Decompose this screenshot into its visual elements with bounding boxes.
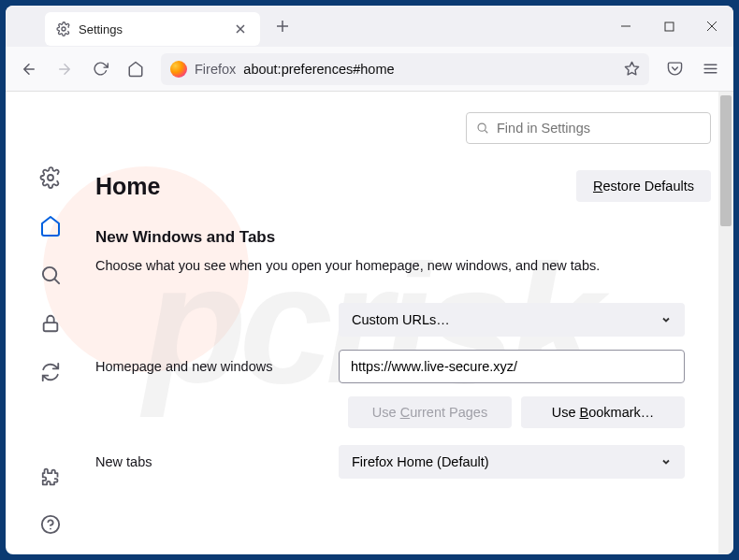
sidebar-item-home[interactable]	[37, 213, 64, 239]
forward-button[interactable]	[49, 53, 80, 85]
maximize-button[interactable]	[647, 6, 690, 47]
url-prefix: Firefox	[195, 62, 236, 77]
sidebar-item-privacy[interactable]	[37, 310, 64, 337]
titlebar: Settings	[6, 6, 733, 47]
content-area: pcrisk	[6, 92, 733, 554]
use-bookmark-button[interactable]: Use Bookmark…	[521, 396, 685, 428]
reload-button[interactable]	[84, 53, 116, 85]
svg-point-0	[62, 27, 65, 31]
use-current-pages-button[interactable]: Use Current Pages	[348, 396, 512, 428]
minimize-button[interactable]	[604, 6, 647, 47]
sidebar-item-search[interactable]	[37, 262, 64, 288]
section-description: Choose what you see when you open your h…	[95, 256, 711, 277]
search-icon	[476, 122, 489, 135]
chevron-down-icon	[660, 456, 672, 467]
toolbar: Firefox about:preferences#home	[6, 47, 733, 92]
sidebar-item-sync[interactable]	[37, 359, 64, 385]
pocket-button[interactable]	[659, 53, 690, 85]
svg-line-8	[54, 279, 59, 283]
bookmark-star-icon[interactable]	[624, 61, 640, 77]
svg-rect-1	[665, 22, 674, 31]
svg-point-6	[48, 175, 53, 180]
close-window-button[interactable]	[690, 6, 733, 47]
settings-main: Home Restore Defaults New Windows and Ta…	[95, 92, 733, 554]
url-path: about:preferences#home	[243, 62, 394, 77]
homepage-label: Homepage and new windows	[95, 359, 320, 374]
homepage-mode-dropdown[interactable]: Custom URLs…	[339, 303, 685, 337]
sidebar-item-extensions[interactable]	[37, 463, 64, 489]
firefox-icon	[170, 61, 187, 78]
sidebar-item-general[interactable]	[37, 165, 64, 191]
sidebar-item-help[interactable]	[37, 511, 64, 538]
page-title: Home	[95, 173, 160, 200]
browser-window: Settings	[6, 6, 733, 554]
home-button[interactable]	[120, 53, 152, 85]
newtabs-label: New tabs	[95, 454, 320, 469]
section-title: New Windows and Tabs	[95, 228, 711, 247]
back-button[interactable]	[13, 53, 45, 85]
new-tab-button[interactable]	[269, 13, 296, 39]
url-bar[interactable]: Firefox about:preferences#home	[161, 53, 649, 85]
svg-rect-9	[44, 323, 58, 331]
svg-marker-2	[625, 62, 638, 74]
chevron-down-icon	[660, 314, 672, 325]
svg-line-12	[485, 130, 487, 133]
app-menu-button[interactable]	[694, 53, 726, 85]
settings-search-input[interactable]	[497, 121, 701, 136]
restore-defaults-button[interactable]: Restore Defaults	[576, 170, 711, 202]
dropdown-label: Custom URLs…	[352, 312, 450, 327]
window-controls	[604, 6, 733, 47]
newtabs-dropdown[interactable]: Firefox Home (Default)	[339, 445, 685, 479]
dropdown-label: Firefox Home (Default)	[352, 454, 489, 469]
tab-title: Settings	[79, 22, 225, 36]
gear-icon	[56, 22, 71, 36]
close-icon[interactable]	[232, 21, 249, 37]
settings-search-box[interactable]	[466, 112, 711, 144]
browser-tab[interactable]: Settings	[45, 12, 260, 46]
svg-point-11	[478, 123, 485, 131]
homepage-url-input[interactable]	[339, 350, 685, 383]
settings-sidebar	[6, 92, 95, 554]
